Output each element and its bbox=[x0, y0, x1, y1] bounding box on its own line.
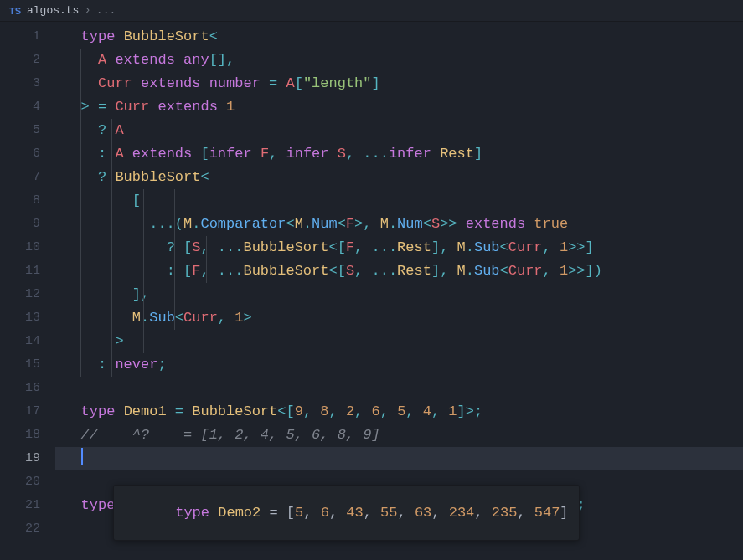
code-token: ] bbox=[586, 263, 594, 279]
code-token: , bbox=[431, 403, 448, 419]
code-token bbox=[55, 403, 81, 419]
code-token: ? bbox=[98, 169, 106, 185]
indent-guide bbox=[143, 213, 144, 236]
code-line[interactable]: > = Curr extends 1 bbox=[55, 95, 743, 119]
code-line[interactable]: ? BubbleSort< bbox=[55, 166, 743, 189]
code-token: < bbox=[328, 239, 337, 255]
code-token: BubbleSort bbox=[243, 263, 328, 279]
code-line[interactable]: // ^? = [1, 2, 4, 5, 6, 8, 9] bbox=[55, 424, 743, 447]
indent-guide bbox=[174, 283, 175, 306]
code-token: any bbox=[183, 52, 209, 68]
hover-sep: , bbox=[474, 505, 491, 521]
code-token: M bbox=[183, 216, 192, 232]
code-line[interactable]: : A extends [infer F, infer S, ...infer … bbox=[55, 142, 743, 166]
code-token: extends bbox=[466, 216, 525, 232]
code-token: ] bbox=[431, 239, 440, 255]
code-token: . bbox=[466, 239, 474, 255]
code-token: Sub bbox=[474, 239, 500, 255]
code-line[interactable]: M.Sub<Curr, 1> bbox=[55, 306, 743, 330]
code-token: > bbox=[115, 333, 123, 349]
code-token: . bbox=[141, 310, 149, 326]
code-token: // ^? = [1, 2, 4, 5, 6, 8, 9] bbox=[81, 427, 380, 443]
code-token: , bbox=[226, 52, 235, 68]
code-token: BubbleSort bbox=[115, 169, 200, 185]
code-line[interactable]: ], bbox=[55, 283, 743, 306]
indent-guide bbox=[80, 236, 81, 259]
indent-guide bbox=[111, 306, 112, 330]
indent-guide bbox=[143, 330, 144, 353]
code-token: M bbox=[295, 216, 303, 232]
code-token: < bbox=[500, 263, 508, 279]
code-line[interactable]: [ bbox=[55, 189, 743, 213]
line-number: 1 bbox=[0, 25, 40, 49]
hover-kw: type bbox=[175, 505, 218, 521]
line-number: 17 bbox=[0, 400, 40, 424]
indent-guide bbox=[174, 189, 175, 213]
code-token bbox=[55, 263, 167, 279]
code-token: 9 bbox=[295, 403, 303, 419]
code-token: ; bbox=[157, 357, 166, 372]
code-token bbox=[55, 75, 98, 91]
code-line[interactable]: type Demo1 = BubbleSort<[9, 8, 2, 6, 5, … bbox=[55, 400, 743, 424]
code-token bbox=[55, 122, 98, 138]
code-token bbox=[149, 99, 157, 115]
indent-guide bbox=[206, 236, 207, 259]
code-token: < bbox=[175, 310, 183, 326]
code-token: infer bbox=[286, 146, 328, 162]
code-token bbox=[55, 427, 81, 443]
code-line[interactable]: : [F, ...BubbleSort<[S, ...Rest], M.Sub<… bbox=[55, 259, 743, 283]
code-line[interactable]: ? [S, ...BubbleSort<[F, ...Rest], M.Sub<… bbox=[55, 236, 743, 259]
code-token bbox=[106, 52, 115, 68]
code-token: BubbleSort bbox=[243, 239, 328, 255]
code-token: , bbox=[346, 146, 363, 162]
code-line[interactable] bbox=[55, 377, 743, 400]
code-token bbox=[106, 169, 115, 185]
line-number: 5 bbox=[0, 119, 40, 142]
indent-guide bbox=[80, 306, 81, 330]
code-line[interactable]: : never; bbox=[55, 353, 743, 377]
indent-guide bbox=[80, 119, 81, 142]
indent-guide bbox=[80, 72, 81, 95]
line-number: 20 bbox=[0, 470, 40, 494]
hover-literal: 43 bbox=[346, 505, 363, 521]
code-token bbox=[106, 99, 115, 115]
code-token: Rest bbox=[397, 263, 431, 279]
file-name[interactable]: algos.ts bbox=[27, 4, 79, 17]
code-token: , bbox=[329, 403, 346, 419]
hover-literal: 6 bbox=[321, 505, 329, 521]
code-token: , bbox=[543, 239, 560, 255]
code-token bbox=[90, 99, 98, 115]
code-token: , bbox=[354, 403, 371, 419]
breadcrumb-ellipsis[interactable]: ... bbox=[96, 4, 116, 17]
hover-literal: 63 bbox=[415, 505, 431, 521]
code-editor[interactable]: 12345678910111213141516171819202122 type… bbox=[0, 22, 743, 560]
code-line[interactable]: > bbox=[55, 330, 743, 353]
code-token: , bbox=[354, 263, 371, 279]
code-line[interactable]: ...(M.Comparator<M.Num<F>, M.Num<S>> ext… bbox=[55, 213, 743, 236]
code-line[interactable]: ? A bbox=[55, 119, 743, 142]
indent-guide bbox=[174, 306, 175, 330]
type-hover-tooltip: type Demo2 = [5, 6, 43, 55, 63, 234, 235… bbox=[113, 485, 580, 541]
code-token: F bbox=[261, 146, 269, 162]
code-area[interactable]: type BubbleSort< A extends any[], Curr e… bbox=[55, 22, 743, 560]
code-token bbox=[55, 193, 132, 208]
indent-guide bbox=[80, 259, 81, 283]
code-token: ... bbox=[218, 239, 244, 255]
code-token: < bbox=[277, 403, 286, 419]
code-line[interactable] bbox=[55, 447, 743, 470]
code-line[interactable]: type BubbleSort< bbox=[55, 25, 743, 49]
code-token bbox=[175, 52, 183, 68]
code-token: ] bbox=[372, 75, 380, 91]
code-token: >> bbox=[568, 263, 585, 279]
code-line[interactable]: Curr extends number = A["length"] bbox=[55, 72, 743, 95]
line-number-gutter: 12345678910111213141516171819202122 bbox=[0, 22, 55, 560]
code-line[interactable]: A extends any[], bbox=[55, 49, 743, 72]
code-token: S bbox=[346, 263, 354, 279]
code-token bbox=[115, 403, 123, 419]
indent-guide bbox=[143, 189, 144, 213]
hover-literal: 235 bbox=[492, 505, 518, 521]
code-token bbox=[55, 310, 132, 326]
line-number: 3 bbox=[0, 72, 40, 95]
text-cursor bbox=[81, 448, 83, 465]
code-token: [ bbox=[200, 146, 209, 162]
